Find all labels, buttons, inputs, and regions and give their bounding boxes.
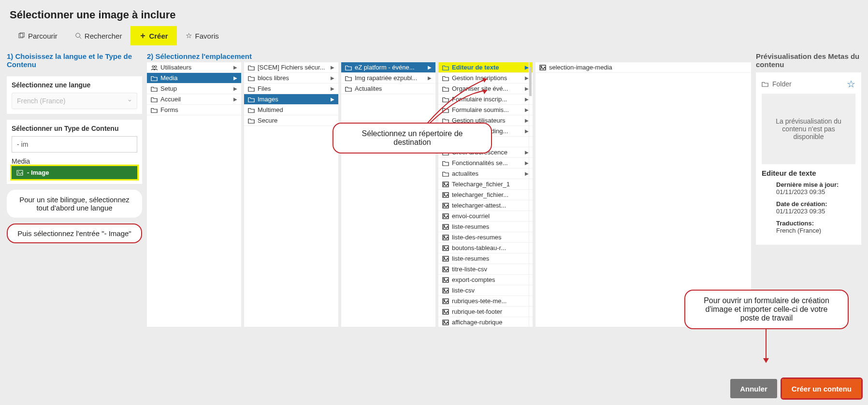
- folder-icon: [151, 107, 158, 113]
- tab-favorites[interactable]: ☆ Favoris: [177, 26, 228, 45]
- finder-item[interactable]: Multimed: [244, 105, 338, 115]
- users-icon: [151, 64, 158, 71]
- meta-key: Traductions:: [776, 220, 855, 227]
- finder-item[interactable]: telecharger_fichier...: [438, 190, 533, 200]
- finder-item[interactable]: Actualites: [341, 84, 435, 94]
- preview-meta-list: Dernière mise à jour:01/11/2023 09:35Dat…: [762, 181, 855, 234]
- preview-type-label: Folder: [772, 80, 792, 88]
- finder-item[interactable]: Images▶: [244, 94, 338, 105]
- chevron-right-icon: ▶: [525, 75, 529, 81]
- scrollbar[interactable]: [529, 62, 532, 327]
- folder-icon: [442, 75, 449, 82]
- finder-item[interactable]: Editeur de texte▶: [438, 62, 533, 73]
- finder-item[interactable]: liste-csv: [438, 285, 533, 296]
- favorite-star-icon[interactable]: ☆: [847, 78, 855, 90]
- finder-pane-3: eZ platform - événe...▶Img rapatriée ezp…: [341, 62, 435, 327]
- finder-item[interactable]: Media▶: [147, 73, 241, 84]
- finder-item-label: telecharger_fichier...: [452, 191, 529, 198]
- finder-item[interactable]: Files▶: [244, 84, 338, 94]
- image-icon: [442, 298, 449, 305]
- finder-item[interactable]: liste-des-resumes: [438, 232, 533, 243]
- svg-point-15: [444, 215, 445, 216]
- finder-item[interactable]: export-comptes: [438, 275, 533, 285]
- tab-favorites-label: Favoris: [195, 32, 219, 40]
- finder-item[interactable]: liste-resumes: [438, 253, 533, 264]
- finder-item-label: actualites: [452, 170, 522, 177]
- finder-item[interactable]: eZ platform - événe...▶: [341, 62, 435, 73]
- folder-icon: [442, 107, 449, 113]
- finder-item[interactable]: rubriques-tete-me...: [438, 296, 533, 307]
- preview-placeholder: La prévisualisation du contenu n'est pas…: [762, 94, 855, 164]
- preview-meta-row: Traductions:French (France): [776, 220, 855, 234]
- finder-item-label: Files: [258, 85, 328, 92]
- folder-icon: [442, 160, 449, 167]
- finder-item-selection-image-media[interactable]: selection-image-media: [535, 62, 751, 73]
- finder-item[interactable]: liste-resumes: [438, 222, 533, 232]
- folder-icon: [248, 64, 255, 71]
- finder-item-label: Telecharge_fichier_1: [452, 181, 529, 188]
- finder-item[interactable]: [SCEM] Fichiers sécur...▶: [244, 62, 338, 73]
- image-icon: [442, 223, 449, 230]
- folder-icon: [248, 75, 255, 82]
- finder-item[interactable]: telecharger-attest...: [438, 200, 533, 211]
- tab-browse[interactable]: Parcourir: [10, 26, 66, 45]
- language-select[interactable]: French (France): [12, 93, 137, 109]
- image-icon: [539, 64, 546, 71]
- content-type-entry-image[interactable]: - Image: [12, 166, 137, 179]
- page-title: Sélectionner une image à inclure: [0, 0, 868, 26]
- finder-item[interactable]: Formulaire inscrip...▶: [438, 94, 533, 105]
- folder-icon: [345, 75, 352, 82]
- finder-item[interactable]: Telecharge_fichier_1: [438, 179, 533, 190]
- image-icon: [442, 245, 449, 251]
- finder-item[interactable]: Secure: [244, 115, 338, 126]
- finder-item[interactable]: Gestion Inscriptions▶: [438, 73, 533, 84]
- chevron-right-icon: ▶: [525, 160, 529, 166]
- search-icon: [75, 32, 82, 39]
- content-type-label: Sélectionner un Type de Contenu: [12, 125, 137, 132]
- finder-item-label: affichage-rubrique: [452, 319, 529, 326]
- finder-item[interactable]: Utilisateurs▶: [147, 62, 241, 73]
- svg-point-9: [444, 183, 445, 184]
- finder-item[interactable]: boutons-tableau-r...: [438, 243, 533, 253]
- chevron-right-icon: ▶: [525, 118, 529, 123]
- chevron-right-icon: ▶: [331, 97, 334, 102]
- finder-item-label: blocs libres: [258, 74, 328, 82]
- star-icon: ☆: [186, 32, 192, 39]
- finder-item[interactable]: Img rapatriée ezpubl...▶: [341, 73, 435, 84]
- finder-item[interactable]: Forms: [147, 105, 241, 115]
- finder-item[interactable]: Formulaire soumis...▶: [438, 105, 533, 115]
- cancel-button[interactable]: Annuler: [730, 379, 777, 398]
- chevron-right-icon: ▶: [525, 65, 529, 70]
- finder-item[interactable]: envoi-courriel: [438, 211, 533, 222]
- finder-item-label: Accueil: [160, 96, 231, 103]
- finder-item[interactable]: affichage-rubrique: [438, 317, 533, 327]
- preview-section-title: Prévisualisation des Metas du contenu: [756, 52, 861, 69]
- meta-value: 01/11/2023 09:35: [776, 208, 855, 215]
- content-type-filter-input[interactable]: [12, 136, 137, 153]
- svg-point-25: [444, 268, 445, 269]
- finder-item-label: titre-liste-csv: [452, 265, 529, 273]
- finder-item[interactable]: Fonctionnalités se...▶: [438, 158, 533, 168]
- finder-item[interactable]: blocs libres▶: [244, 73, 338, 84]
- chevron-right-icon: ▶: [331, 75, 334, 81]
- finder-item[interactable]: Organiser site évé...▶: [438, 84, 533, 94]
- finder-item-label: liste-des-resumes: [452, 234, 529, 241]
- create-content-button[interactable]: Créer un contenu: [782, 379, 861, 398]
- finder-item-label: Organiser site évé...: [452, 85, 522, 92]
- folder-icon: [151, 96, 158, 103]
- finder-item[interactable]: actualites▶: [438, 168, 533, 179]
- tab-search[interactable]: Rechercher: [66, 26, 131, 45]
- svg-point-27: [444, 279, 445, 279]
- chevron-right-icon: ▶: [331, 65, 334, 70]
- finder-item[interactable]: Accueil▶: [147, 94, 241, 105]
- finder-item-label: Gestion Inscriptions: [452, 74, 522, 82]
- image-icon: [442, 255, 449, 262]
- finder-item-label: boutons-tableau-r...: [452, 244, 529, 251]
- content-type-group-media: Media: [12, 157, 137, 165]
- finder-item[interactable]: titre-liste-csv: [438, 264, 533, 275]
- finder-item[interactable]: rubrique-tet-footer: [438, 307, 533, 317]
- chevron-right-icon: ▶: [525, 86, 529, 91]
- chevron-right-icon: ▶: [428, 65, 432, 70]
- finder-item[interactable]: Setup▶: [147, 84, 241, 94]
- tab-create[interactable]: + Créer: [130, 26, 176, 45]
